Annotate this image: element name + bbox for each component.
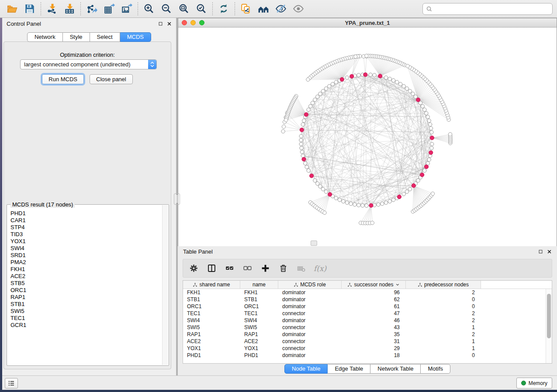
import-network-button[interactable] [43, 1, 61, 16]
table-cell-filler [481, 310, 546, 317]
mcds-result-item[interactable]: SWI5 [10, 308, 162, 315]
hide-selected-button[interactable] [272, 1, 290, 16]
close-panel-button[interactable]: Close panel [90, 74, 133, 84]
network-graph[interactable] [178, 28, 557, 246]
task-list-icon [8, 380, 15, 387]
table-row[interactable]: SWI4SWI4dominator462 [183, 317, 546, 324]
refresh-button[interactable] [215, 1, 232, 16]
float-table-panel-icon[interactable] [538, 249, 543, 254]
mcds-result-list[interactable]: PHD1CAR1STP4TID3YOX1SWI4SRD1PMA2FKH1ACE2… [7, 208, 162, 365]
tab-style[interactable]: Style [63, 32, 90, 42]
mcds-result-item[interactable]: STB1 [10, 301, 162, 308]
mcds-result-item[interactable]: SRD1 [10, 252, 162, 259]
table-scrollbar-thumb[interactable] [547, 294, 551, 338]
mcds-result-item[interactable]: YOX1 [10, 238, 162, 245]
table-mode-settings-button[interactable] [188, 263, 199, 274]
column-header-name[interactable]: name [240, 281, 278, 289]
table-cell: connector [278, 324, 342, 331]
import-table-button[interactable] [61, 1, 78, 16]
mcds-result-item[interactable]: GCR1 [10, 322, 162, 329]
create-new-column-button[interactable] [260, 263, 270, 274]
table-row[interactable]: ORC1ORC1dominator610 [183, 303, 546, 310]
close-panel-icon[interactable] [167, 21, 172, 26]
column-header-MCDS-role[interactable]: MCDS role [278, 281, 342, 289]
table-row[interactable]: TEC1TEC1connector472 [183, 310, 546, 317]
tab-select[interactable]: Select [90, 32, 120, 42]
first-neighbors-button[interactable] [255, 1, 272, 16]
run-mcds-button[interactable]: Run MCDS [42, 74, 84, 84]
delete-columns-button[interactable] [278, 263, 288, 274]
tab-node-table[interactable]: Node Table [284, 364, 328, 374]
table-row[interactable]: STB1STB1dominator620 [183, 296, 546, 303]
zoom-selected-button[interactable] [193, 1, 210, 16]
table-cell: 1 [406, 338, 481, 345]
mcds-result-item[interactable]: TID3 [10, 231, 162, 238]
column-header-shared-name[interactable]: shared name [183, 281, 240, 289]
open-file-button[interactable] [3, 1, 21, 16]
dropdown-stepper-icon[interactable] [148, 60, 156, 69]
import-network-icon [46, 3, 58, 14]
table-row[interactable]: SWI5SWI5connector431 [183, 324, 546, 331]
tab-motifs[interactable]: Motifs [421, 364, 450, 374]
table-row[interactable]: YOX1YOX1connector291 [183, 345, 546, 352]
table-cell-filler [481, 338, 546, 345]
mcds-result-item[interactable]: FKH1 [10, 266, 162, 273]
table-cell: 29 [342, 345, 406, 352]
status-list-button[interactable] [5, 378, 18, 389]
table-cell-filler [481, 345, 546, 352]
table-cell: dominator [278, 296, 342, 303]
float-panel-icon[interactable] [158, 21, 163, 26]
criterion-dropdown[interactable]: largest connected component (undirected) [20, 59, 157, 69]
save-session-button[interactable] [21, 1, 38, 16]
mcds-result-item[interactable]: RAP1 [10, 294, 162, 301]
criterion-value: largest connected component (undirected) [21, 61, 148, 68]
table-row[interactable]: FKH1FKH1dominator962 [183, 289, 546, 296]
column-header-successor-nodes[interactable]: successor nodes [342, 281, 406, 289]
table-scrollbar[interactable] [546, 289, 552, 363]
mcds-result-item[interactable]: CAR1 [10, 217, 162, 224]
table-row[interactable]: PHD1PHD1dominator180 [183, 352, 546, 359]
table-cell-filler [481, 324, 546, 331]
table-cell: dominator [278, 331, 342, 338]
mcds-list-scrollbar[interactable] [162, 205, 168, 365]
global-search-field[interactable] [422, 3, 553, 15]
show-all-button[interactable] [290, 1, 307, 16]
mcds-result-item[interactable]: PMA2 [10, 259, 162, 266]
deselect-all-rows-button[interactable] [242, 263, 253, 274]
zoom-in-button[interactable] [140, 1, 158, 16]
mcds-result-item[interactable]: PHD1 [10, 210, 162, 217]
table-cell: PHD1 [183, 352, 240, 359]
shared-column-icon [294, 282, 298, 287]
zoom-fit-button[interactable] [175, 1, 193, 16]
mcds-result-item[interactable]: SWI4 [10, 245, 162, 252]
export-image-button[interactable] [118, 1, 135, 16]
tab-mcds[interactable]: MCDS [120, 32, 151, 42]
toolbar-separator [138, 2, 138, 15]
network-canvas[interactable] [178, 28, 557, 246]
zoom-out-button[interactable] [158, 1, 175, 16]
mcds-result-item[interactable]: STP4 [10, 224, 162, 231]
mcds-result-item[interactable]: STB5 [10, 280, 162, 287]
export-network-button[interactable] [83, 1, 100, 16]
table-cell: 46 [342, 317, 406, 324]
mcds-result-item[interactable]: ORC1 [10, 287, 162, 294]
show-hide-columns-button[interactable] [206, 263, 217, 274]
memory-button[interactable]: Memory [516, 378, 552, 389]
tab-edge-table[interactable]: Edge Table [328, 364, 370, 374]
select-all-rows-button[interactable] [224, 263, 235, 274]
horizontal-splitter-grip[interactable] [311, 241, 317, 246]
network-window-titlebar[interactable]: YPA_prune.txt_1 [178, 18, 557, 28]
mcds-result-item[interactable]: ACE2 [10, 273, 162, 280]
vertical-splitter-grip[interactable] [174, 193, 180, 205]
table-cell: ORC1 [240, 303, 278, 310]
table-row[interactable]: ACE2ACE2connector311 [183, 338, 546, 345]
close-table-panel-icon[interactable] [547, 249, 552, 254]
table-row[interactable]: RAP1RAP1dominator352 [183, 331, 546, 338]
tab-network[interactable]: Network [27, 32, 63, 42]
search-input[interactable] [435, 6, 549, 12]
tab-network-table[interactable]: Network Table [370, 364, 421, 374]
new-network-from-selection-button[interactable] [237, 1, 255, 16]
mcds-result-item[interactable]: TEC1 [10, 315, 162, 322]
column-header-predecessor-nodes[interactable]: predecessor nodes [406, 281, 481, 289]
export-table-button[interactable] [100, 1, 118, 16]
